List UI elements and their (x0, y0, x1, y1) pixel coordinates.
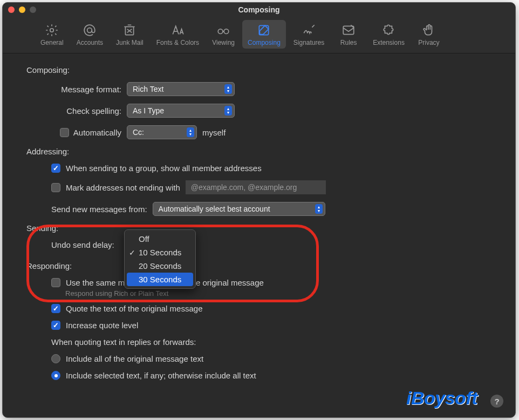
tab-label: Accounts (77, 39, 103, 46)
quote-text-checkbox[interactable] (51, 304, 60, 313)
at-icon (83, 23, 97, 37)
prefs-toolbar: General Accounts Junk Mail Fonts & Color… (3, 17, 515, 53)
check-spelling-select[interactable]: As I Type (127, 104, 235, 118)
stepper-icon (224, 106, 232, 116)
svg-point-1 (87, 28, 92, 33)
tab-signatures[interactable]: Signatures (288, 20, 330, 49)
tab-rules[interactable]: Rules (332, 20, 365, 49)
include-all-label: Include all of the original message text (66, 354, 203, 363)
select-value: Rich Text (133, 85, 163, 93)
include-selected-label: Include selected text, if any; otherwise… (66, 371, 256, 380)
tab-extensions[interactable]: Extensions (367, 20, 410, 49)
tab-label: General (40, 39, 64, 46)
sending-section-title: Sending: (26, 223, 491, 233)
preferences-window: Composing General Accounts Junk Mail Fon… (2, 2, 516, 418)
stepper-icon (224, 84, 232, 94)
window-title: Composing (3, 5, 515, 14)
select-value: As I Type (133, 106, 164, 115)
undo-send-dropdown: Off 10 Seconds 20 Seconds 30 Seconds (124, 229, 196, 289)
composing-section-title: Composing: (26, 65, 491, 74)
svg-point-3 (218, 29, 223, 34)
titlebar: Composing (3, 3, 515, 17)
auto-cc-suffix: myself (202, 128, 226, 137)
hand-icon (422, 23, 436, 37)
svg-point-4 (224, 29, 229, 34)
signature-icon (302, 23, 316, 37)
tab-viewing[interactable]: Viewing (207, 20, 240, 49)
check-spelling-label: Check spelling: (51, 106, 121, 116)
stepper-icon (187, 127, 194, 137)
tab-label: Fonts & Colors (156, 39, 199, 46)
compose-icon (257, 23, 271, 37)
tab-label: Signatures (293, 39, 324, 46)
responding-section-title: Responding: (26, 261, 491, 270)
mark-addresses-checkbox[interactable] (51, 183, 60, 192)
dropdown-item-off[interactable]: Off (125, 232, 195, 246)
svg-rect-6 (343, 26, 354, 34)
watermark-brand: iBoysoft (406, 388, 477, 409)
include-all-radio[interactable] (51, 354, 60, 363)
tab-fonts-colors[interactable]: Fonts & Colors (151, 20, 204, 49)
group-addresses-label: When sending to a group, show all member… (66, 164, 262, 173)
content-area: Composing: Message format: Rich Text Che… (3, 53, 515, 399)
dropdown-item-30s[interactable]: 30 Seconds (127, 273, 193, 286)
increase-quote-label: Increase quote level (66, 321, 138, 330)
tab-label: Privacy (418, 39, 439, 46)
message-format-label: Message format: (51, 85, 121, 94)
send-from-select[interactable]: Automatically select best account (153, 202, 325, 216)
gear-icon (45, 23, 59, 37)
glasses-icon (216, 23, 230, 37)
trash-icon (122, 23, 136, 37)
increase-quote-checkbox[interactable] (51, 321, 60, 330)
mark-addresses-field[interactable]: @example.com, @example.org (186, 180, 326, 194)
dropdown-item-10s[interactable]: 10 Seconds (125, 246, 195, 259)
group-addresses-checkbox[interactable] (51, 164, 60, 173)
mark-addresses-label: Mark addresses not ending with (66, 183, 180, 192)
help-button[interactable]: ? (490, 395, 503, 408)
tab-privacy[interactable]: Privacy (412, 20, 446, 49)
auto-cc-checkbox[interactable] (60, 128, 69, 137)
tab-label: Junk Mail (116, 39, 144, 46)
puzzle-icon (382, 23, 396, 37)
send-from-label: Send new messages from: (51, 205, 147, 214)
tab-general[interactable]: General (35, 20, 69, 49)
field-placeholder: @example.com, @example.org (191, 183, 297, 192)
tab-accounts[interactable]: Accounts (71, 20, 108, 49)
stepper-icon (315, 204, 323, 214)
select-value: Automatically select best account (159, 205, 270, 213)
tab-label: Viewing (212, 39, 235, 46)
dropdown-item-20s[interactable]: 20 Seconds (125, 259, 195, 273)
include-selected-radio[interactable] (51, 371, 60, 380)
auto-cc-select[interactable]: Cc: (127, 125, 197, 139)
auto-cc-label: Automatically (73, 128, 121, 137)
font-icon (170, 23, 185, 37)
tab-junk-mail[interactable]: Junk Mail (111, 20, 149, 49)
addressing-section-title: Addressing: (26, 147, 491, 156)
tab-label: Extensions (373, 39, 405, 46)
quote-text-label: Quote the text of the original message (66, 304, 202, 313)
tab-label: Composing (248, 39, 281, 46)
undo-send-label: Undo send delay: (51, 240, 114, 249)
when-quoting-label: When quoting text in replies or forwards… (51, 337, 196, 347)
tab-label: Rules (340, 39, 357, 46)
select-value: Cc: (133, 128, 144, 137)
message-format-select[interactable]: Rich Text (127, 82, 235, 96)
svg-point-0 (50, 29, 54, 32)
same-format-checkbox[interactable] (51, 278, 60, 287)
tab-composing[interactable]: Composing (242, 20, 286, 49)
same-format-subtext: Respond using Rich or Plain Text (26, 289, 491, 297)
rules-icon (342, 23, 356, 37)
